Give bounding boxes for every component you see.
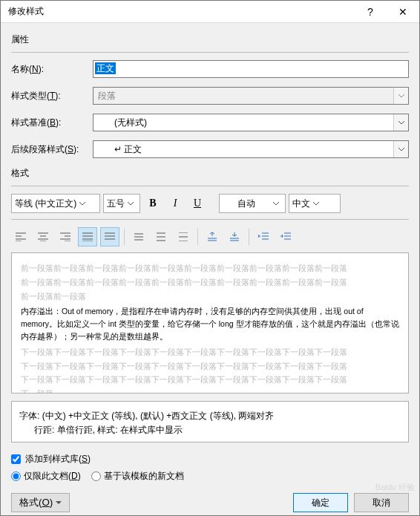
increase-indent-button[interactable] <box>276 227 295 246</box>
preview-text-before: 前一段落前一段落 <box>21 290 399 303</box>
add-to-gallery-label[interactable]: 添加到样式库(S) <box>25 453 91 466</box>
chevron-down-icon[interactable] <box>310 195 322 212</box>
lang-select[interactable]: 中文 <box>289 194 341 213</box>
preview-text-after: 下一段落下一段落下一段落下一段落下一段落下一段落下一段落下一段落下一段落下一段落 <box>21 373 399 386</box>
align-distribute-button[interactable] <box>100 227 119 246</box>
preview-pane: 前一段落前一段落前一段落前一段落前一段落前一段落前一段落前一段落前一段落前一段落… <box>11 252 409 393</box>
style-based-label: 样式基准(B): <box>11 117 93 129</box>
font-toolbar: 等线 (中文正文) 五号 B I U 自动 <box>11 194 409 213</box>
chevron-down-icon[interactable] <box>76 195 88 212</box>
chevron-down-icon[interactable] <box>125 195 137 212</box>
titlebar: 修改样式 ? ✕ <box>1 1 419 23</box>
preview-text-after: 下一段落下一段落下一段落下一段落下一段落下一段落下一段落下一段落下一段落下一段落 <box>21 346 399 359</box>
underline-button[interactable]: U <box>188 194 207 213</box>
ok-button[interactable]: 确定 <box>293 493 348 512</box>
section-properties-label: 属性 <box>11 33 409 46</box>
section-format-rule <box>11 186 409 186</box>
only-this-doc-label[interactable]: 仅限此文档(D) <box>24 470 81 483</box>
style-based-select[interactable]: (无样式) <box>93 114 409 131</box>
help-button[interactable]: ? <box>354 1 387 23</box>
align-right-button[interactable] <box>56 227 75 246</box>
name-input[interactable]: 正文 <box>93 60 409 78</box>
name-label: 名称(N): <box>11 63 93 76</box>
decrease-indent-button[interactable] <box>254 227 273 246</box>
section-format-label: 格式 <box>11 167 409 180</box>
toolbar-separator <box>11 219 409 220</box>
preview-text-after: 下一段落 <box>21 388 399 393</box>
next-style-select[interactable]: ↵ 正文 <box>93 140 409 158</box>
preview-text-sample: 内存溢出：Out of memory，是指程序在申请内存时，没有足够的内存空间供… <box>21 305 399 342</box>
chevron-down-icon[interactable] <box>393 141 408 157</box>
toolbar-separator-icon <box>249 229 249 245</box>
font-color-select[interactable]: 自动 <box>219 194 286 213</box>
close-button[interactable]: ✕ <box>387 1 419 23</box>
chevron-down-icon[interactable] <box>270 195 282 212</box>
paragraph-toolbar <box>11 227 409 246</box>
preview-text-before: 前一段落前一段落前一段落前一段落前一段落前一段落前一段落前一段落前一段落前一段落 <box>21 262 399 275</box>
preview-text-after: 下一段落下一段落下一段落下一段落下一段落下一段落下一段落下一段落下一段落下一段落 <box>21 360 399 373</box>
format-dropdown-button[interactable]: 格式(O) <box>11 493 70 512</box>
modify-style-dialog: 修改样式 ? ✕ 属性 名称(N): 正文 样式类型(T): 段落 样式基准(B… <box>0 0 420 516</box>
cancel-button[interactable]: 取消 <box>354 493 409 512</box>
preview-text-before: 前一段落前一段落前一段落前一段落前一段落前一段落前一段落前一段落前一段落前一段落 <box>21 276 399 289</box>
based-on-template-label[interactable]: 基于该模板的新文档 <box>104 470 184 483</box>
italic-button[interactable]: I <box>165 194 185 213</box>
based-on-template-radio[interactable] <box>91 471 101 481</box>
add-to-gallery-checkbox[interactable] <box>11 454 21 464</box>
font-family-select[interactable]: 等线 (中文正文) <box>11 194 100 213</box>
line-spacing-1-button[interactable] <box>129 227 148 246</box>
description-line2: 行距: 单倍行距, 样式: 在样式库中显示 <box>19 423 401 437</box>
increase-space-before-button[interactable] <box>203 227 222 246</box>
chevron-down-icon[interactable] <box>393 114 408 131</box>
toolbar-separator-icon <box>197 229 198 245</box>
chevron-down-icon <box>56 501 62 505</box>
dialog-title: 修改样式 <box>8 5 354 18</box>
style-type-select: 段落 <box>93 87 409 105</box>
description-line1: 字体: (中文) +中文正文 (等线), (默认) +西文正文 (等线), 两端… <box>19 409 401 423</box>
line-spacing-1.5-button[interactable] <box>151 227 171 246</box>
chevron-down-icon <box>393 88 408 104</box>
align-justify-button[interactable] <box>78 227 97 246</box>
toolbar-separator-icon <box>124 229 125 245</box>
font-size-select[interactable]: 五号 <box>103 194 140 213</box>
bold-button[interactable]: B <box>143 194 163 213</box>
section-properties-rule <box>11 52 409 53</box>
align-left-button[interactable] <box>11 227 30 246</box>
line-spacing-2-button[interactable] <box>174 227 193 246</box>
style-type-label: 样式类型(T): <box>11 90 93 102</box>
decrease-space-before-button[interactable] <box>225 227 244 246</box>
next-style-label: 后续段落样式(S): <box>11 143 93 156</box>
align-center-button[interactable] <box>33 227 53 246</box>
style-description: 字体: (中文) +中文正文 (等线), (默认) +西文正文 (等线), 两端… <box>11 401 409 442</box>
only-this-doc-radio[interactable] <box>11 471 21 481</box>
